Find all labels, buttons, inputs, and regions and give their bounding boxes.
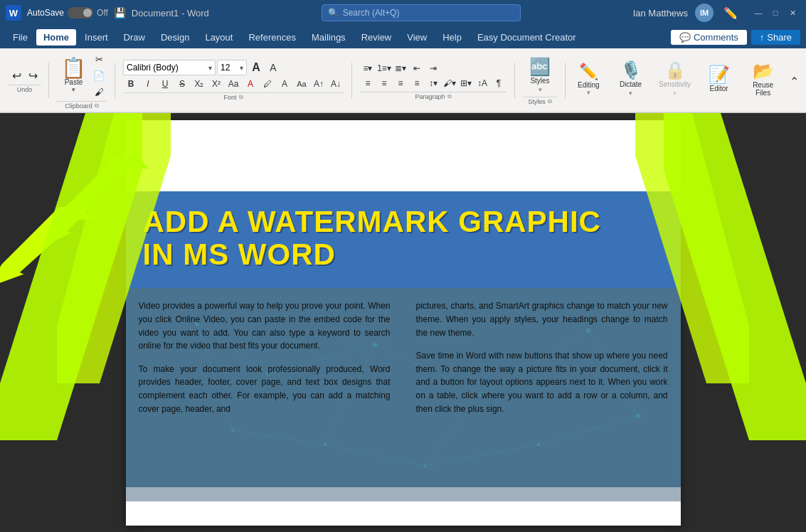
reuse-group: 📂 Reuse Files <box>742 58 785 102</box>
font-size-down-button[interactable]: A↓ <box>328 77 344 91</box>
paragraph-inner: ≡▾ 1≡▾ ≣▾ ⇤ ⇥ ≡ ≡ ≡ ≡ ↕▾ 🖌▾ ⊞▾ ↕A ¶ <box>360 61 507 90</box>
editor-group-label <box>702 101 736 102</box>
paragraph-group: ≡▾ 1≡▾ ≣▾ ⇤ ⇥ ≡ ≡ ≡ ≡ ↕▾ 🖌▾ ⊞▾ ↕A ¶ <box>356 60 511 101</box>
borders-button[interactable]: ⊞▾ <box>458 76 474 90</box>
sensitivity-button[interactable]: 🔒 Sensitivity ▾ <box>658 60 692 100</box>
menu-draw[interactable]: Draw <box>117 29 152 46</box>
numbering-button[interactable]: 1≡▾ <box>376 61 392 75</box>
menu-help[interactable]: Help <box>435 29 469 46</box>
undo-inner: ↩ ↪ <box>9 68 41 83</box>
menu-file[interactable]: File <box>6 29 35 46</box>
decrease-indent-button[interactable]: ⇤ <box>409 61 425 75</box>
body-right-p1: pictures, charts, and SmartArt graphics … <box>416 299 668 339</box>
pen-icon[interactable]: ✏️ <box>723 6 738 20</box>
font-expand-icon[interactable]: ⧉ <box>239 94 243 101</box>
ribbon-collapse-button[interactable]: ⌃ <box>786 74 802 90</box>
save-icon[interactable]: 💾 <box>114 7 126 18</box>
menu-layout[interactable]: Layout <box>198 29 240 46</box>
font-color-button[interactable]: A <box>243 77 258 91</box>
dictate-label <box>614 101 648 102</box>
underline-button[interactable]: U <box>157 77 173 91</box>
font-name-selector[interactable]: Calibri (Body) ▾ <box>123 60 216 75</box>
menu-easy-doc[interactable]: Easy Document Creator <box>470 29 583 46</box>
undo-col: ↩ ↪ <box>9 68 41 83</box>
font-size-selector[interactable]: 12 ▾ <box>217 60 247 75</box>
show-formatting-button[interactable]: ¶ <box>491 76 507 90</box>
font-group-label[interactable]: Font ⧉ <box>123 92 344 102</box>
subscript-button[interactable]: X₂ <box>191 77 207 91</box>
shading-button[interactable]: 🖌▾ <box>442 76 457 90</box>
redo-button[interactable]: ↪ <box>25 68 41 83</box>
share-button[interactable]: ↑ Share <box>751 30 800 45</box>
multilevel-list-button[interactable]: ≣▾ <box>393 61 408 75</box>
cut-button[interactable]: ✂ <box>91 51 107 67</box>
bullets-button[interactable]: ≡▾ <box>360 61 376 75</box>
increase-indent-button[interactable]: ⇥ <box>425 61 441 75</box>
search-box[interactable]: 🔍 Search (Alt+Q) <box>322 4 521 21</box>
clear-format-button[interactable]: Aa <box>226 77 241 91</box>
strikethrough-button[interactable]: S <box>174 77 190 91</box>
bold-button[interactable]: B <box>123 77 139 91</box>
autosave-area[interactable]: AutoSave Off <box>27 7 108 18</box>
menu-mailings[interactable]: Mailings <box>304 29 353 46</box>
minimize-button[interactable]: — <box>751 6 766 19</box>
text-color-button[interactable]: A <box>277 77 292 91</box>
menubar: File Home Insert Draw Design Layout Refe… <box>0 26 806 48</box>
editing-arrow[interactable]: ▾ <box>587 89 590 96</box>
clipboard-label[interactable]: Clipboard ⧉ <box>57 101 107 110</box>
font-size-up-button[interactable]: A↑ <box>311 77 327 91</box>
font-size-arrow[interactable]: ▾ <box>240 64 243 72</box>
para-expand-icon[interactable]: ⧉ <box>447 93 452 100</box>
format-painter-button[interactable]: 🖌 <box>91 84 107 100</box>
menu-home[interactable]: Home <box>36 29 76 46</box>
styles-button[interactable]: 🔤 Styles ▾ <box>523 55 557 95</box>
editor-icon: 📝 <box>709 66 730 83</box>
title-line1: ADD A WATERMARK GRAPHIC <box>143 206 664 238</box>
dictate-arrow[interactable]: ▾ <box>629 90 632 97</box>
case-button[interactable]: Aa <box>294 77 309 91</box>
svg-marker-4 <box>0 113 142 440</box>
styles-expand-icon[interactable]: ⧉ <box>548 98 552 105</box>
doc-title: Document1 - Word <box>132 8 209 18</box>
font-name-arrow[interactable]: ▾ <box>208 64 212 72</box>
comments-button[interactable]: 💬 Comments <box>671 30 747 45</box>
maximize-button[interactable]: □ <box>768 6 783 19</box>
menu-insert[interactable]: Insert <box>78 29 115 46</box>
superscript-button[interactable]: X² <box>208 77 224 91</box>
highlight-button[interactable]: 🖊 <box>260 77 275 91</box>
autosave-state: Off <box>97 8 108 18</box>
paragraph-group-label[interactable]: Paragraph ⧉ <box>360 92 507 101</box>
copy-button[interactable]: 📄 <box>91 68 107 83</box>
styles-expand-arrow[interactable]: ▾ <box>539 86 542 93</box>
align-right-button[interactable]: ≡ <box>393 76 408 90</box>
sensitivity-arrow[interactable]: ▾ <box>673 90 677 97</box>
font-group: Calibri (Body) ▾ 12 ▾ A A B I U S X₂ <box>119 58 348 102</box>
align-left-button[interactable]: ≡ <box>360 76 376 90</box>
sort-button[interactable]: ↕A <box>474 76 490 90</box>
italic-button[interactable]: I <box>140 77 156 91</box>
clipboard-expand-icon[interactable]: ⧉ <box>95 102 99 110</box>
menu-design[interactable]: Design <box>154 29 196 46</box>
page-header <box>126 120 681 191</box>
font-grow-button[interactable]: A <box>248 60 264 75</box>
font-shrink-button[interactable]: A <box>265 60 281 75</box>
justify-button[interactable]: ≡ <box>409 76 425 90</box>
line-spacing-button[interactable]: ↕▾ <box>425 76 441 90</box>
editor-button[interactable]: 📝 Editor <box>702 60 736 100</box>
para-row2: ≡ ≡ ≡ ≡ ↕▾ 🖌▾ ⊞▾ ↕A ¶ <box>360 76 507 90</box>
font-row1: Calibri (Body) ▾ 12 ▾ A A <box>123 60 281 75</box>
close-button[interactable]: ✕ <box>785 6 800 19</box>
menu-references[interactable]: References <box>241 29 302 46</box>
align-center-button[interactable]: ≡ <box>376 76 392 90</box>
menu-review[interactable]: Review <box>354 29 399 46</box>
reuse-button[interactable]: 📂 Reuse Files <box>746 60 780 100</box>
left-arrow-large <box>0 113 142 454</box>
autosave-toggle[interactable] <box>68 7 93 18</box>
undo-button[interactable]: ↩ <box>9 68 24 83</box>
styles-group-label[interactable]: Styles ⧉ <box>523 97 557 106</box>
editing-button[interactable]: ✏️ Editing ▾ <box>573 60 604 99</box>
menu-view[interactable]: View <box>400 29 434 46</box>
undo-group-label[interactable]: Undo <box>9 85 41 94</box>
paste-button[interactable]: 📋 Paste ▾ <box>57 57 90 95</box>
dictate-button[interactable]: 🎙️ Dictate ▾ <box>614 60 648 100</box>
